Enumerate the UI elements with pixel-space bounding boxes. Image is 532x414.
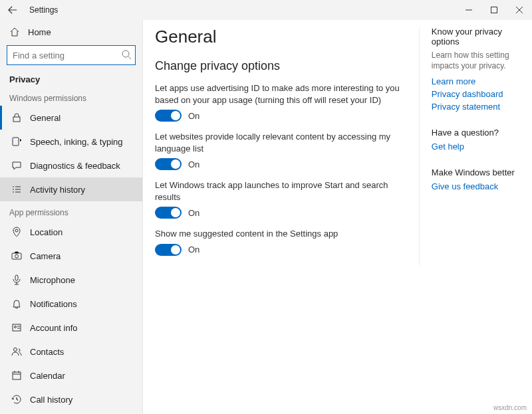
- link-privacy-statement[interactable]: Privacy statement: [432, 102, 532, 112]
- toggle-row: On: [155, 244, 411, 256]
- arrow-left-icon: [8, 5, 17, 15]
- camera-icon: [11, 251, 22, 261]
- svg-point-1: [122, 51, 129, 57]
- option-desc: Show me suggested content in the Setting…: [155, 228, 411, 240]
- toggle-row: On: [155, 110, 411, 122]
- nav-contacts[interactable]: Contacts: [0, 340, 142, 363]
- toggle-state: On: [188, 111, 200, 121]
- aside: Know your privacy options Learn how this…: [420, 27, 532, 414]
- close-icon: [516, 7, 523, 13]
- nav-camera[interactable]: Camera: [0, 244, 142, 268]
- link-privacy-dashboard[interactable]: Privacy dashboard: [432, 89, 532, 99]
- toggle-knob: [171, 111, 180, 120]
- maximize-button[interactable]: [481, 0, 507, 20]
- nav-activity-history[interactable]: Activity history: [0, 177, 142, 201]
- calendar-icon: [11, 370, 22, 381]
- aside-subtitle: Learn how this setting impacts your priv…: [432, 51, 532, 71]
- window-controls: [456, 0, 532, 20]
- main: General Change privacy options Let apps …: [143, 20, 532, 414]
- nav-label: Microphone: [30, 275, 75, 285]
- nav-label: Account info: [30, 323, 78, 333]
- toggle-suggested-content[interactable]: [155, 244, 182, 256]
- toggle-knob: [171, 245, 180, 255]
- page-title: General: [155, 27, 411, 47]
- close-button[interactable]: [507, 0, 532, 20]
- svg-point-6: [15, 255, 19, 258]
- group-app-permissions: App permissions: [0, 201, 142, 220]
- watermark: wsxdn.com: [493, 404, 527, 411]
- link-feedback[interactable]: Give us feedback: [432, 181, 532, 191]
- group-windows-permissions: Windows permissions: [0, 87, 142, 106]
- nav-general[interactable]: General: [0, 106, 142, 130]
- nav-microphone[interactable]: Microphone: [0, 268, 142, 292]
- toggle-knob: [171, 159, 180, 169]
- nav-label: Camera: [30, 251, 61, 261]
- svg-rect-0: [491, 7, 497, 13]
- microphone-icon: [11, 274, 22, 285]
- option-app-launches: Let Windows track app launches to improv…: [155, 179, 411, 219]
- window-title: Settings: [29, 5, 58, 15]
- list-icon: [11, 184, 22, 195]
- feedback-icon: [11, 160, 22, 171]
- option-advertising-id: Let apps use advertising ID to make ads …: [155, 82, 411, 122]
- toggle-row: On: [155, 207, 411, 219]
- svg-rect-7: [15, 275, 18, 280]
- toggle-app-launches[interactable]: [155, 207, 182, 219]
- nav-label: Diagnostics & feedback: [30, 161, 120, 171]
- title-bar: Settings: [0, 0, 532, 20]
- section-title: Change privacy options: [155, 59, 411, 73]
- nav-diagnostics[interactable]: Diagnostics & feedback: [0, 154, 142, 177]
- app-body: Home Privacy Windows permissions General…: [0, 20, 532, 414]
- nav-speech[interactable]: Speech, inking, & typing: [0, 130, 142, 154]
- minimize-icon: [466, 7, 472, 13]
- back-button[interactable]: [3, 0, 23, 20]
- bell-icon: [11, 298, 22, 309]
- toggle-state: On: [188, 245, 200, 255]
- aside-title: Know your privacy options: [432, 27, 532, 47]
- home-button[interactable]: Home: [0, 20, 142, 44]
- home-icon: [9, 27, 20, 37]
- nav-notifications[interactable]: Notifications: [0, 292, 142, 316]
- option-desc: Let Windows track app launches to improv…: [155, 179, 411, 203]
- aside-title: Make Windows better: [432, 167, 532, 177]
- option-suggested-content: Show me suggested content in the Setting…: [155, 228, 411, 256]
- title-bar-left: Settings: [0, 0, 58, 20]
- nav-label: Notifications: [30, 299, 77, 309]
- search-input[interactable]: [7, 45, 136, 65]
- nav-label: General: [30, 113, 61, 123]
- location-icon: [11, 227, 22, 237]
- toggle-row: On: [155, 158, 411, 170]
- speech-icon: [11, 136, 22, 147]
- account-icon: [11, 322, 22, 333]
- nav-label: Location: [30, 227, 63, 237]
- svg-rect-8: [13, 324, 21, 331]
- link-learn-more[interactable]: Learn more: [432, 76, 532, 86]
- nav-account-info[interactable]: Account info: [0, 316, 142, 340]
- nav-call-history[interactable]: Call history: [0, 387, 142, 411]
- option-language-list: Let websites provide locally relevant co…: [155, 131, 411, 170]
- svg-rect-11: [13, 372, 21, 379]
- search-icon: [121, 49, 132, 60]
- option-desc: Let apps use advertising ID to make ads …: [155, 82, 411, 106]
- nav-label: Speech, inking, & typing: [30, 137, 122, 147]
- toggle-knob: [171, 208, 180, 217]
- category-label: Privacy: [0, 70, 142, 87]
- svg-point-10: [14, 348, 17, 352]
- history-icon: [11, 394, 22, 405]
- aside-title: Have a question?: [432, 128, 532, 138]
- nav-location[interactable]: Location: [0, 220, 142, 244]
- sidebar: Home Privacy Windows permissions General…: [0, 20, 143, 414]
- search-wrap: [7, 45, 136, 65]
- svg-rect-2: [13, 117, 20, 122]
- toggle-language-list[interactable]: [155, 158, 182, 170]
- svg-rect-5: [12, 253, 21, 259]
- nav-label: Calendar: [30, 371, 65, 381]
- nav-email[interactable]: Email: [0, 411, 142, 414]
- nav-calendar[interactable]: Calendar: [0, 363, 142, 387]
- svg-point-9: [15, 326, 17, 328]
- minimize-button[interactable]: [456, 0, 481, 20]
- contacts-icon: [11, 346, 22, 357]
- link-get-help[interactable]: Get help: [432, 142, 532, 152]
- toggle-advertising-id[interactable]: [155, 110, 182, 122]
- nav-label: Activity history: [30, 185, 85, 195]
